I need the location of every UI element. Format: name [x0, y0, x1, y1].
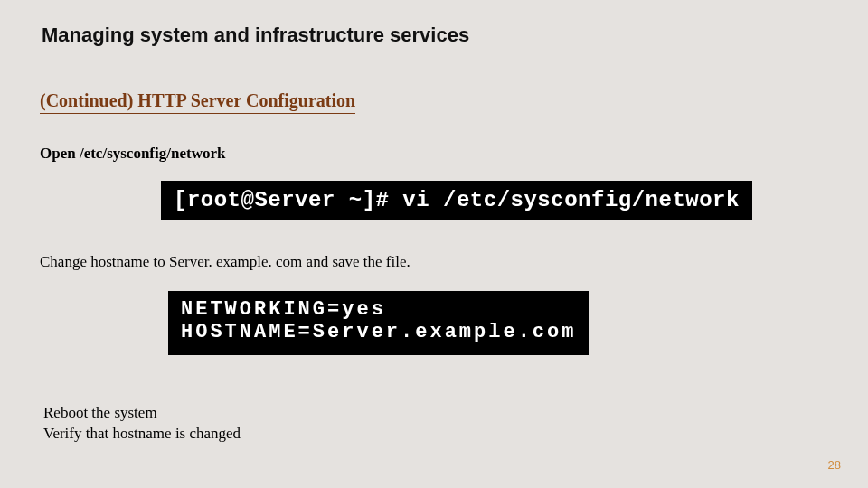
instruction-verify: Verify that hostname is changed [43, 425, 241, 443]
slide: Managing system and infrastructure servi… [0, 0, 868, 488]
section-heading: (Continued) HTTP Server Configuration [40, 90, 355, 114]
page-number: 28 [828, 458, 841, 472]
terminal-file-content: NETWORKING=yes HOSTNAME=Server.example.c… [168, 291, 589, 355]
slide-title: Managing system and infrastructure servi… [42, 23, 469, 47]
terminal-command: [root@Server ~]# vi /etc/sysconfig/netwo… [161, 181, 752, 220]
instruction-change-hostname: Change hostname to Server. example. com … [40, 253, 410, 271]
instruction-open-file: Open /etc/sysconfig/network [40, 145, 225, 163]
instruction-reboot: Reboot the system [43, 404, 157, 422]
